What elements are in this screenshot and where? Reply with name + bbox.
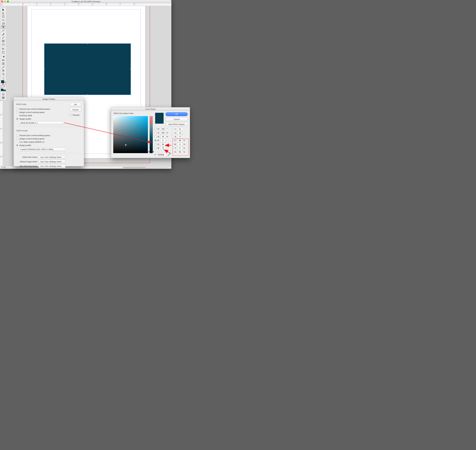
a-field[interactable] [177,131,182,134]
resize-handle[interactable] [44,94,45,95]
g-radio[interactable] [155,143,157,145]
content-collector-tool[interactable] [1,22,6,25]
assign-profiles-dialog[interactable]: Assign Profiles OK Cancel Preview RGB Pr… [14,97,84,166]
direct-selection-tool[interactable] [1,12,6,15]
scissors-tool[interactable] [1,47,6,51]
pencil-tool[interactable] [1,36,6,39]
hex-field[interactable] [157,153,167,156]
rgb-discard-radio[interactable]: Discard (use current working space) [16,108,65,110]
b-radio[interactable] [155,136,157,138]
r-field[interactable] [160,139,166,142]
scrollbar-thumb[interactable] [123,167,146,168]
apply-color-button[interactable] [1,89,3,91]
gap-tool[interactable] [1,18,6,22]
screen-mode-button[interactable] [1,96,6,99]
eyedropper-tool[interactable] [1,65,6,69]
rectangle-frame-tool[interactable] [1,39,6,43]
cancel-button[interactable]: Cancel [70,108,81,112]
line-tool[interactable] [1,29,6,32]
k-field[interactable] [177,150,182,154]
eyedropper-icon[interactable] [168,153,170,156]
hue-slider-handle[interactable] [149,151,150,153]
resize-handle[interactable] [44,69,45,70]
screen-mode-button[interactable] [169,166,171,169]
panel-grip[interactable] [0,7,6,8]
swap-fill-stroke-icon[interactable] [1,77,6,80]
solid-intent-select[interactable]: Use Color Settings Intent⌄ [39,155,66,159]
dialog-title[interactable]: Color Picker [111,107,190,111]
rgb-profile-select[interactable]: sRGB IEC61966-2.1⌄ [19,121,64,125]
resize-handle[interactable] [130,94,131,95]
color-picker-dialog[interactable]: Color Picker RGB Color Space View OK Can… [111,107,190,158]
horizontal-scrollbar[interactable] [122,167,168,168]
resize-handle[interactable] [130,69,131,70]
m-field[interactable] [177,143,182,146]
b-field[interactable] [160,135,166,138]
s-field[interactable] [160,131,166,134]
view-options-button[interactable] [1,92,6,96]
resize-handle[interactable] [130,43,131,44]
free-transform-tool[interactable] [1,51,6,54]
l-radio[interactable] [171,128,174,130]
zoom-menu-icon[interactable]: ▾ [7,167,8,168]
default-intent-select[interactable]: Use Color Settings Intent⌄ [39,160,66,163]
container-format-button[interactable] [1,85,3,88]
page-tool[interactable] [1,15,6,18]
close-tab-icon[interactable]: × [1,3,2,5]
gradient-feather-tool[interactable] [1,58,6,62]
rgb-assign-profile-radio[interactable]: Assign profile: [16,118,65,120]
lab-b-radio[interactable] [171,136,174,138]
bv-field[interactable] [160,147,166,150]
lab-b-field[interactable] [177,135,182,138]
r-radio[interactable] [155,139,157,142]
note-tool[interactable] [1,62,6,65]
svg-point-13 [2,53,3,53]
rgb-assign-ws-radio[interactable]: Assign current working space: [16,111,65,113]
dialog-title[interactable]: Assign Profiles [14,97,84,101]
hue-slider[interactable] [150,116,153,153]
cmyk-assign-profile-radio[interactable]: Assign profile: [16,144,65,146]
c-field[interactable] [177,139,182,142]
fill-stroke-swatch[interactable] [1,80,6,85]
cmyk-profile-select[interactable]: Coated FOGRA39 (ISO 12647-2:2004)⌄ [19,148,66,151]
g-field[interactable] [160,143,166,146]
h-field[interactable] [160,127,166,130]
l-field[interactable] [177,127,182,130]
zoom-tool[interactable] [1,72,6,76]
horizontal-ruler[interactable]: 0 1 2 3 4 5 6 7 8 [3,3,171,6]
selection-bounds[interactable] [44,43,131,95]
gradient-swatch-tool[interactable] [1,55,6,58]
cancel-button[interactable]: Cancel [165,117,188,121]
ok-button[interactable]: OK [165,112,188,116]
resize-handle[interactable] [87,43,88,44]
resize-handle[interactable] [44,43,45,44]
color-field[interactable] [113,116,148,153]
selection-tool[interactable] [1,8,6,12]
hue-slider-handle[interactable] [153,151,154,153]
text-format-button[interactable]: T [3,85,6,88]
h-radio[interactable] [155,128,157,130]
fill-swatch[interactable] [1,80,4,83]
s-radio[interactable] [155,132,157,134]
pen-tool[interactable] [1,32,6,36]
preview-checkbox-row[interactable]: Preview [70,114,81,116]
cmyk-discard-radio[interactable]: Discard (use current working space) [16,134,65,136]
tools-panel[interactable]: T [0,6,6,100]
window-titlebar[interactable]: *Untitled-1 @ 73% [GPU Preview] [0,0,171,3]
rectangle-tool[interactable] [1,43,6,46]
svg-rect-27 [2,94,4,95]
a-radio[interactable] [171,132,174,134]
after-intent-select[interactable]: Use Color Settings Intent⌄ [39,164,66,168]
preview-checkbox[interactable] [70,114,72,116]
hand-tool[interactable] [1,69,6,72]
color-field-marker[interactable] [125,144,127,146]
type-tool[interactable] [1,25,6,29]
add-swatch-button[interactable]: Add CMYK Swatch [165,122,188,126]
apply-gradient-button[interactable] [3,89,6,91]
cmyk-assign-ws-radio[interactable]: Assign current working space: [16,138,65,140]
zoom-level[interactable]: 72.8% [0,166,7,168]
ok-button[interactable]: OK [70,103,81,106]
y-field[interactable] [177,147,182,150]
bv-radio[interactable] [155,147,157,149]
resize-handle[interactable] [87,94,88,95]
